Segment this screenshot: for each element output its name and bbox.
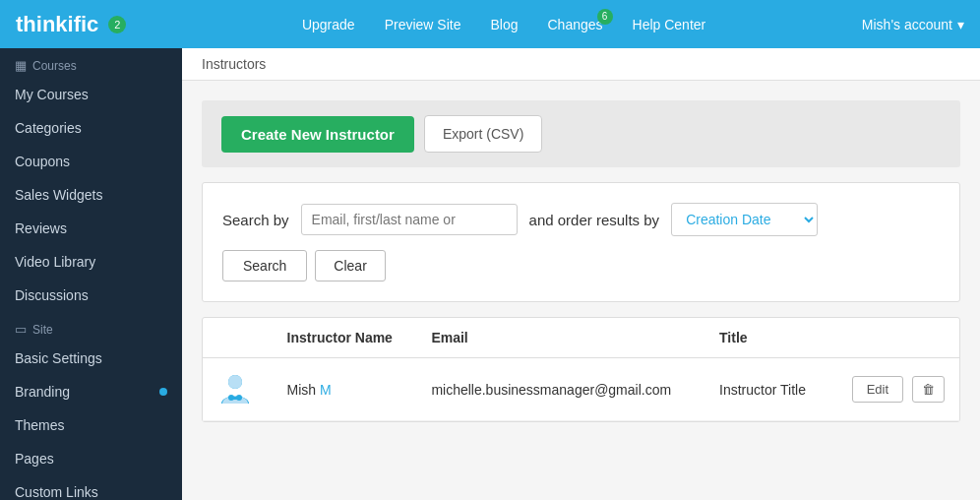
branding-dot [159, 388, 167, 396]
delete-instructor-button[interactable]: 🗑 [912, 376, 945, 403]
create-instructor-button[interactable]: Create New Instructor [221, 116, 414, 153]
sidebar: ▦ Courses My Courses Categories Coupons … [0, 48, 182, 500]
nav-changes[interactable]: Changes 6 [547, 17, 602, 32]
sidebar-item-sales-widgets[interactable]: Sales Widgets [0, 178, 182, 212]
logo: thinkific [16, 12, 98, 37]
search-input[interactable] [301, 204, 518, 235]
col-avatar [203, 318, 273, 358]
order-select[interactable]: Creation Date [671, 203, 818, 236]
main-content: Instructors Create New Instructor Export… [182, 48, 980, 500]
avatar [217, 370, 253, 406]
nav-blog[interactable]: Blog [490, 17, 518, 32]
svg-point-1 [228, 375, 242, 389]
top-nav: thinkific 2 Upgrade Preview Site Blog Ch… [0, 0, 980, 48]
nav-links: Upgrade Preview Site Blog Changes 6 Help… [146, 17, 862, 32]
col-email: Email [416, 318, 704, 358]
chevron-down-icon: ▾ [957, 17, 964, 32]
col-actions [828, 318, 959, 358]
courses-section-header: ▦ Courses [0, 48, 182, 78]
instructor-name-cell: Mish M [273, 358, 417, 421]
courses-icon: ▦ [15, 58, 27, 73]
sidebar-item-basic-settings[interactable]: Basic Settings [0, 342, 182, 375]
main-layout: ▦ Courses My Courses Categories Coupons … [0, 48, 980, 500]
search-row: Search by and order results by Creation … [222, 203, 940, 236]
avatar-cell [203, 358, 273, 421]
search-panel: Search by and order results by Creation … [202, 182, 960, 302]
sidebar-item-pages[interactable]: Pages [0, 442, 182, 475]
changes-badge: 6 [597, 9, 613, 25]
account-menu[interactable]: Mish's account ▾ [862, 17, 964, 32]
trash-icon: 🗑 [922, 382, 935, 397]
nav-help-center[interactable]: Help Center [633, 17, 706, 32]
sidebar-item-reviews[interactable]: Reviews [0, 212, 182, 245]
clear-button[interactable]: Clear [315, 250, 385, 281]
table-row: Mish M michelle.businessmanager@gmail.co… [203, 358, 959, 421]
logo-badge: 2 [108, 16, 126, 33]
col-name: Instructor Name [273, 318, 417, 358]
search-buttons: Search Clear [222, 250, 940, 281]
instructor-avatar-icon [217, 370, 253, 406]
order-label: and order results by [529, 212, 660, 228]
instructor-action-cell: Edit 🗑 [828, 358, 959, 421]
sidebar-item-categories[interactable]: Categories [0, 111, 182, 145]
content-area: Create New Instructor Export (CSV) Searc… [182, 81, 980, 442]
sidebar-item-my-courses[interactable]: My Courses [0, 78, 182, 111]
sidebar-item-themes[interactable]: Themes [0, 408, 182, 442]
action-bar: Create New Instructor Export (CSV) [202, 100, 960, 167]
table-header-row: Instructor Name Email Title [203, 318, 959, 358]
svg-rect-4 [231, 397, 239, 400]
breadcrumb: Instructors [182, 48, 980, 81]
sidebar-item-coupons[interactable]: Coupons [0, 145, 182, 178]
instructor-email-cell: michelle.businessmanager@gmail.com [416, 358, 704, 421]
nav-upgrade[interactable]: Upgrade [302, 17, 355, 32]
search-button[interactable]: Search [222, 250, 307, 281]
site-section-header: ▭ Site [0, 312, 182, 342]
col-title: Title [704, 318, 828, 358]
nav-preview-site[interactable]: Preview Site [385, 17, 461, 32]
sidebar-item-video-library[interactable]: Video Library [0, 245, 182, 279]
export-csv-button[interactable]: Export (CSV) [424, 115, 542, 153]
sidebar-item-discussions[interactable]: Discussions [0, 279, 182, 312]
instructor-title-cell: Instructor Title [704, 358, 828, 421]
instructor-table: Instructor Name Email Title [202, 317, 960, 422]
sidebar-item-custom-links[interactable]: Custom Links [0, 475, 182, 500]
search-by-label: Search by [222, 212, 289, 228]
sidebar-item-branding[interactable]: Branding [0, 375, 182, 408]
edit-instructor-button[interactable]: Edit [852, 376, 903, 403]
site-icon: ▭ [15, 322, 27, 337]
